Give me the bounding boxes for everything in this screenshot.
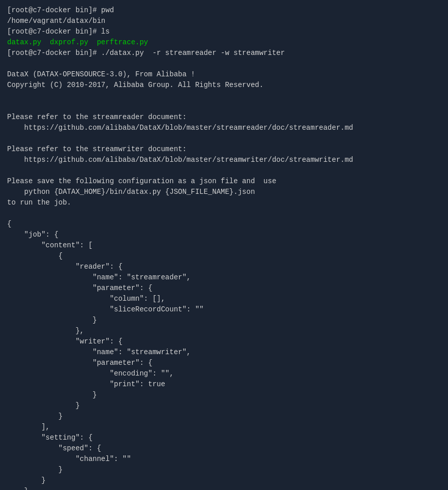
empty-line	[7, 133, 441, 144]
terminal-line: "sliceRecordCount": ""	[7, 304, 441, 315]
terminal-line: Please save the following configuration …	[7, 176, 441, 187]
terminal-line: https://github.com/alibaba/DataX/blob/ma…	[7, 155, 441, 165]
terminal-line: "content": [	[7, 240, 441, 251]
empty-line	[7, 59, 441, 69]
terminal-line: Please refer to the streamreader documen…	[7, 112, 441, 123]
terminal-line: "channel": ""	[7, 454, 441, 465]
terminal-line: }	[7, 400, 441, 411]
terminal-line: {	[7, 219, 441, 229]
terminal-line: "name": "streamreader",	[7, 272, 441, 283]
terminal-line: },	[7, 486, 441, 490]
terminal-line: Copyright (C) 2010-2017, Alibaba Group. …	[7, 80, 441, 91]
terminal-line: }	[7, 465, 441, 475]
terminal-line: ],	[7, 422, 441, 433]
terminal-line: }	[7, 475, 441, 486]
terminal-content: [root@c7-docker bin]# pwd/home/vagrant/d…	[7, 5, 441, 490]
terminal-line: [root@c7-docker bin]# ls	[7, 26, 441, 37]
terminal-line: DataX (DATAX-OPENSOURCE-3.0), From Aliba…	[7, 69, 441, 80]
terminal-line: }	[7, 411, 441, 422]
terminal-line: "writer": {	[7, 336, 441, 347]
terminal-line: "parameter": {	[7, 358, 441, 368]
terminal-line: "job": {	[7, 229, 441, 240]
terminal-line: datax.py dxprof.py perftrace.py	[7, 37, 441, 48]
terminal-line: }	[7, 390, 441, 400]
empty-line	[7, 208, 441, 219]
terminal-line: "parameter": {	[7, 283, 441, 294]
terminal-line: python {DATAX_HOME}/bin/datax.py {JSON_F…	[7, 187, 441, 197]
terminal-line: {	[7, 251, 441, 262]
terminal-line: https://github.com/alibaba/DataX/blob/ma…	[7, 123, 441, 133]
terminal-line: "setting": {	[7, 433, 441, 443]
terminal-line: [root@c7-docker bin]# ./datax.py -r stre…	[7, 48, 441, 59]
terminal-window: [root@c7-docker bin]# pwd/home/vagrant/d…	[7, 5, 441, 490]
terminal-line: to run the job.	[7, 197, 441, 208]
terminal-line: "reader": {	[7, 262, 441, 272]
terminal-line: /home/vagrant/datax/bin	[7, 16, 441, 26]
empty-line	[7, 91, 441, 101]
terminal-line: },	[7, 326, 441, 336]
terminal-line: "speed": {	[7, 443, 441, 454]
terminal-line: }	[7, 315, 441, 326]
terminal-line: "name": "streamwriter",	[7, 347, 441, 358]
empty-line	[7, 165, 441, 176]
terminal-line: "column": [],	[7, 294, 441, 304]
terminal-line: Please refer to the streamwriter documen…	[7, 144, 441, 155]
empty-line	[7, 101, 441, 112]
terminal-line: "encoding": "",	[7, 368, 441, 379]
terminal-line: [root@c7-docker bin]# pwd	[7, 5, 441, 16]
terminal-line: "print": true	[7, 379, 441, 390]
